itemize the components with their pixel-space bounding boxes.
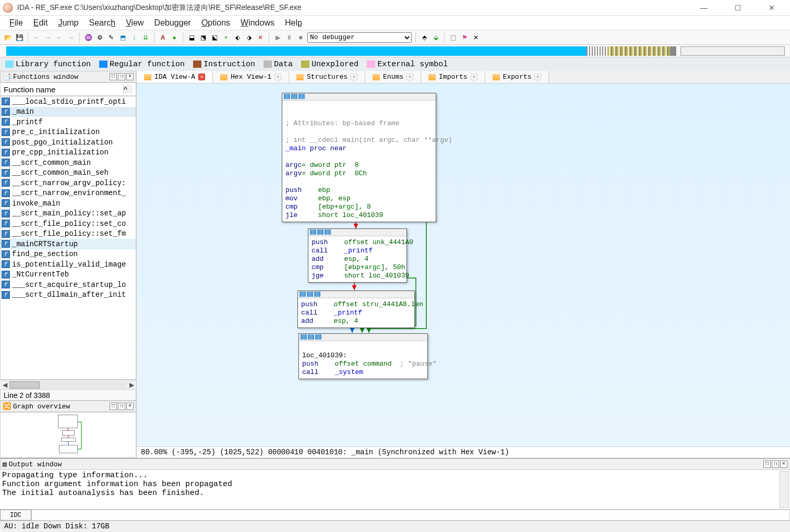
function-row[interactable]: f___scrt_acquire_startup_lo bbox=[1, 280, 136, 290]
t13-icon[interactable]: ⚑ bbox=[460, 33, 469, 42]
menu-debugger[interactable]: Debugger bbox=[150, 17, 195, 29]
menu-file[interactable]: File bbox=[5, 17, 27, 29]
open-icon[interactable]: 📂 bbox=[3, 33, 13, 42]
function-row[interactable]: f_main bbox=[1, 107, 136, 117]
functions-list[interactable]: f___local_stdio_printf_optif_mainf_print… bbox=[0, 96, 136, 380]
menu-options[interactable]: Options bbox=[197, 17, 234, 29]
graph-node-4[interactable]: loc_401039: push offset command ; "pause… bbox=[298, 333, 428, 379]
tab-close[interactable]: × bbox=[198, 74, 205, 80]
tab-imports[interactable]: Imports× bbox=[421, 71, 485, 83]
function-row[interactable]: f_printf bbox=[1, 117, 136, 127]
menu-help[interactable]: Help bbox=[281, 17, 306, 29]
tab-exports[interactable]: Exports× bbox=[485, 71, 549, 83]
out-btn2[interactable]: ❐ bbox=[772, 461, 779, 468]
gov-btn2[interactable]: ❐ bbox=[118, 403, 125, 410]
t9-icon[interactable]: ⬗ bbox=[244, 33, 254, 42]
graph-node-3[interactable]: push offset stru_4441A8.len call _printf… bbox=[297, 291, 415, 328]
functions-hscroll[interactable]: ◀▶ bbox=[0, 380, 136, 389]
tab-ida-view-a[interactable]: IDA View-A× bbox=[137, 71, 213, 83]
function-row[interactable]: fpre_cpp_initialization bbox=[1, 148, 136, 158]
out-btn1[interactable]: □ bbox=[763, 461, 771, 468]
tab-hex-view-1[interactable]: Hex View-1× bbox=[213, 71, 289, 83]
pause-icon[interactable]: ⏸ bbox=[284, 33, 294, 42]
close-button[interactable]: ✕ bbox=[761, 1, 782, 14]
function-row[interactable]: f__scrt_narrow_argv_policy: bbox=[1, 178, 136, 188]
graph-overview-header[interactable]: 🔀 Graph overview □ ❐ × bbox=[0, 401, 136, 412]
function-row[interactable]: f__scrt_common_main_seh bbox=[1, 168, 136, 178]
t10-icon[interactable]: ⬘ bbox=[420, 33, 429, 42]
tool3-icon[interactable]: ✎ bbox=[106, 33, 116, 42]
gov-btn1[interactable]: □ bbox=[110, 403, 117, 410]
function-row[interactable]: f__scrt_main_policy::set_ap bbox=[1, 209, 136, 219]
function-row[interactable]: fpost_pgo_initialization bbox=[1, 137, 136, 148]
stop-icon[interactable]: ■ bbox=[296, 33, 305, 42]
function-row[interactable]: f_mainCRTStartup bbox=[1, 239, 136, 249]
function-row[interactable]: f__scrt_common_main bbox=[1, 158, 136, 168]
tab-close[interactable]: × bbox=[534, 74, 541, 80]
t6-icon[interactable]: ⬔ bbox=[198, 33, 208, 42]
tab-close[interactable]: × bbox=[471, 74, 477, 80]
function-row[interactable]: f___local_stdio_printf_opti bbox=[1, 96, 136, 107]
gov-close[interactable]: × bbox=[126, 403, 134, 410]
function-row[interactable]: f__scrt_file_policy::set_co bbox=[1, 219, 136, 229]
functions-panel-header[interactable]: 📑 Functions window □ ❐ × bbox=[0, 71, 136, 82]
tab-structures[interactable]: Structures× bbox=[289, 71, 365, 83]
idc-input[interactable] bbox=[31, 510, 790, 521]
circle-icon[interactable]: ● bbox=[170, 33, 179, 42]
tool4-icon[interactable]: ⬒ bbox=[118, 33, 127, 42]
tool2-icon[interactable]: ⚙ bbox=[95, 33, 104, 42]
debugger-select[interactable]: No debugger bbox=[307, 32, 412, 43]
menu-windows[interactable]: Windows bbox=[236, 17, 279, 29]
tab-close[interactable]: × bbox=[351, 74, 357, 80]
t12-icon[interactable]: ⬚ bbox=[448, 33, 458, 42]
function-row[interactable]: f___scrt_dllmain_after_init bbox=[1, 290, 136, 300]
back-icon[interactable]: ← bbox=[32, 33, 41, 42]
function-row[interactable]: finvoke_main bbox=[1, 198, 136, 209]
menu-view[interactable]: View bbox=[122, 17, 148, 29]
play-icon[interactable]: ▶ bbox=[273, 33, 282, 42]
graph-node-main[interactable]: ; Attributes: bp-based frame ; int __cde… bbox=[282, 93, 436, 222]
tab-close[interactable]: × bbox=[406, 74, 413, 80]
t8-icon[interactable]: ⬖ bbox=[233, 33, 242, 42]
function-row[interactable]: f__scrt_file_policy::set_fm bbox=[1, 229, 136, 239]
panel-btn1[interactable]: □ bbox=[110, 73, 117, 80]
plus-icon[interactable]: + bbox=[221, 33, 231, 42]
t7-icon[interactable]: ⬕ bbox=[210, 33, 219, 42]
function-row[interactable]: fis_potentially_valid_image bbox=[1, 259, 136, 270]
panel-close[interactable]: × bbox=[126, 73, 134, 80]
menu-search[interactable]: Search bbox=[85, 17, 120, 29]
t5-icon[interactable]: ⬓ bbox=[187, 33, 196, 42]
fwd2-icon[interactable]: → bbox=[66, 33, 76, 42]
fwd-icon[interactable]: → bbox=[43, 33, 53, 42]
out-close[interactable]: × bbox=[780, 461, 787, 468]
arrow-down-icon[interactable]: ↓ bbox=[129, 33, 139, 42]
arrow-down2-icon[interactable]: ⇊ bbox=[141, 33, 150, 42]
function-row[interactable]: f__scrt_narrow_environment_ bbox=[1, 188, 136, 199]
graph-node-2[interactable]: push offset unk_4441A0 call _printf add … bbox=[308, 228, 407, 283]
menu-jump[interactable]: Jump bbox=[54, 17, 82, 29]
delete-icon[interactable]: ✕ bbox=[256, 33, 265, 42]
tab-enums[interactable]: Enums× bbox=[365, 71, 421, 83]
text-icon[interactable]: A bbox=[158, 33, 167, 42]
idc-button[interactable]: IDC bbox=[0, 510, 31, 521]
menu-edit[interactable]: Edit bbox=[29, 17, 52, 29]
tab-close[interactable]: × bbox=[274, 74, 281, 80]
function-row[interactable]: ffind_pe_section bbox=[1, 249, 136, 260]
function-row[interactable]: f_NtCurrentTeb bbox=[1, 270, 136, 280]
panel-btn2[interactable]: ❐ bbox=[118, 73, 125, 80]
graph-view[interactable]: ; Attributes: bp-based frame ; int __cde… bbox=[137, 83, 790, 446]
nav-bar[interactable] bbox=[0, 45, 790, 57]
tool-icon[interactable]: ♒ bbox=[83, 33, 93, 42]
maximize-button[interactable]: ☐ bbox=[727, 1, 748, 14]
t11-icon[interactable]: ⬙ bbox=[431, 33, 440, 42]
graph-overview[interactable] bbox=[0, 412, 136, 458]
back2-icon[interactable]: ← bbox=[55, 33, 64, 42]
output-vscroll[interactable] bbox=[780, 471, 789, 508]
function-row[interactable]: fpre_c_initialization bbox=[1, 127, 136, 138]
t14-icon[interactable]: ✕ bbox=[471, 33, 481, 42]
minimize-button[interactable]: — bbox=[693, 1, 714, 14]
functions-col-header[interactable]: Function name ^ bbox=[0, 82, 136, 96]
output-body[interactable]: Propagating type information...Function … bbox=[0, 470, 790, 509]
save-icon[interactable]: 💾 bbox=[15, 33, 24, 42]
output-header[interactable]: ▤ Output window □ ❐ × bbox=[0, 458, 790, 470]
